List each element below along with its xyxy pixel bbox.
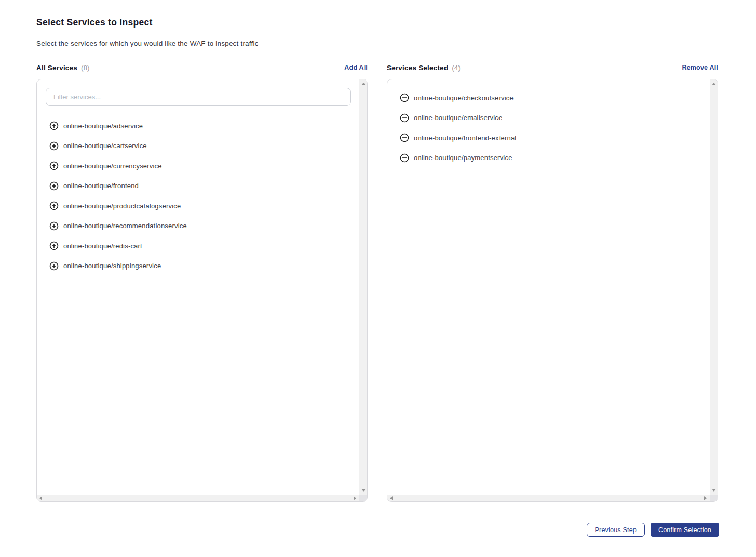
service-name: online-boutique/redis-cart: [63, 242, 142, 250]
service-name: online-boutique/emailservice: [414, 114, 502, 122]
service-row[interactable]: online-boutique/redis-cart: [37, 236, 359, 256]
scroll-right-arrow-icon[interactable]: [351, 495, 359, 501]
previous-step-button[interactable]: Previous Step: [587, 523, 645, 537]
vertical-scrollbar[interactable]: [359, 79, 367, 495]
plus-circle-icon[interactable]: [49, 201, 59, 210]
selected-services-panel: online-boutique/checkoutservice online-b…: [387, 79, 718, 502]
scroll-left-arrow-icon[interactable]: [37, 495, 45, 501]
minus-circle-icon[interactable]: [400, 133, 409, 142]
scroll-right-arrow-icon[interactable]: [701, 495, 709, 501]
vertical-scrollbar[interactable]: [710, 79, 718, 495]
all-services-header: All Services (8) Add All: [36, 62, 368, 73]
service-row[interactable]: online-boutique/currencyservice: [37, 156, 359, 176]
minus-circle-icon[interactable]: [400, 153, 409, 163]
scroll-down-arrow-icon[interactable]: [359, 486, 367, 494]
selected-services-count: (4): [452, 64, 461, 72]
plus-circle-icon[interactable]: [49, 261, 59, 271]
page-title: Select Services to Inspect: [36, 17, 719, 28]
all-services-count: (8): [81, 64, 90, 72]
service-row[interactable]: online-boutique/shippingservice: [37, 256, 359, 276]
service-row[interactable]: online-boutique/emailservice: [387, 108, 710, 128]
selected-services-panel-content: online-boutique/checkoutservice online-b…: [387, 79, 710, 495]
service-row[interactable]: online-boutique/cartservice: [37, 136, 359, 156]
plus-circle-icon[interactable]: [49, 141, 59, 151]
all-services-label: All Services: [36, 64, 77, 72]
all-services-title-wrap: All Services (8): [36, 64, 89, 72]
scrollbar-corner: [710, 495, 718, 501]
scroll-up-arrow-icon[interactable]: [710, 80, 718, 88]
minus-circle-icon[interactable]: [400, 93, 409, 102]
service-row[interactable]: online-boutique/recommendationservice: [37, 216, 359, 236]
plus-circle-icon[interactable]: [49, 161, 59, 170]
service-name: online-boutique/frontend-external: [414, 134, 516, 142]
service-row[interactable]: online-boutique/productcatalogservice: [37, 196, 359, 216]
plus-circle-icon[interactable]: [49, 241, 59, 250]
horizontal-scrollbar[interactable]: [387, 495, 710, 501]
scrollbar-corner: [359, 495, 367, 501]
service-name: online-boutique/cartservice: [63, 142, 147, 150]
service-row[interactable]: online-boutique/frontend-external: [387, 128, 710, 148]
service-row[interactable]: online-boutique/adservice: [37, 116, 359, 136]
plus-circle-icon[interactable]: [49, 121, 59, 130]
service-name: online-boutique/paymentservice: [414, 154, 512, 162]
service-name: online-boutique/currencyservice: [63, 162, 162, 170]
selected-services-section: Services Selected (4) Remove All online-…: [387, 62, 718, 502]
scroll-left-arrow-icon[interactable]: [387, 495, 395, 501]
service-name: online-boutique/recommendationservice: [63, 222, 187, 230]
all-services-section: All Services (8) Add All online-boutique…: [36, 62, 368, 502]
selected-services-header: Services Selected (4) Remove All: [387, 62, 718, 73]
plus-circle-icon[interactable]: [49, 221, 59, 231]
add-all-link[interactable]: Add All: [344, 64, 368, 71]
minus-circle-icon[interactable]: [400, 113, 409, 123]
service-row[interactable]: online-boutique/checkoutservice: [387, 88, 710, 108]
all-services-list: online-boutique/adservice online-boutiqu…: [37, 116, 359, 276]
page-subtitle: Select the services for which you would …: [36, 39, 719, 47]
service-name: online-boutique/shippingservice: [63, 262, 161, 270]
select-services-page: Select Services to Inspect Select the se…: [0, 0, 756, 557]
service-name: online-boutique/adservice: [63, 122, 143, 130]
selected-services-title-wrap: Services Selected (4): [387, 64, 461, 72]
horizontal-scrollbar[interactable]: [37, 495, 359, 501]
wizard-footer: Previous Step Confirm Selection: [36, 523, 719, 537]
all-services-panel-content: online-boutique/adservice online-boutiqu…: [37, 79, 359, 495]
service-row[interactable]: online-boutique/paymentservice: [387, 148, 710, 168]
selected-services-label: Services Selected: [387, 64, 448, 72]
filter-services-input[interactable]: [46, 88, 351, 106]
service-name: online-boutique/checkoutservice: [414, 94, 514, 102]
service-row[interactable]: online-boutique/frontend: [37, 176, 359, 196]
service-name: online-boutique/productcatalogservice: [63, 202, 181, 210]
scroll-up-arrow-icon[interactable]: [359, 80, 367, 88]
selected-services-list: online-boutique/checkoutservice online-b…: [387, 88, 710, 168]
dual-list-picker: All Services (8) Add All online-boutique…: [36, 62, 719, 502]
plus-circle-icon[interactable]: [49, 181, 59, 191]
all-services-panel: online-boutique/adservice online-boutiqu…: [36, 79, 368, 502]
scroll-down-arrow-icon[interactable]: [710, 486, 718, 494]
service-name: online-boutique/frontend: [63, 182, 139, 190]
confirm-selection-button[interactable]: Confirm Selection: [651, 523, 719, 537]
remove-all-link[interactable]: Remove All: [682, 64, 718, 71]
